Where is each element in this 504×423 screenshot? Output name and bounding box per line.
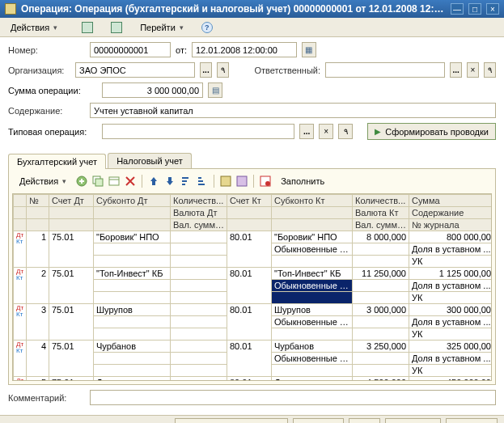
table-row[interactable]: ДтКт475.01Чурбанов80.01Чурбанов3 250,000…	[14, 341, 493, 353]
comment-area: Комментарий:	[0, 385, 504, 415]
col-sum[interactable]: Сумма	[409, 195, 493, 207]
arrow-right-icon	[111, 22, 122, 33]
org-select-button[interactable]: ...	[200, 62, 212, 78]
col-subkt[interactable]: Субконто Кт	[272, 195, 353, 207]
window-title: Операция: Операция (бухгалтерский и нало…	[21, 3, 446, 15]
arrow-left-icon	[82, 22, 93, 33]
col-n[interactable]: №	[27, 195, 49, 207]
org-input[interactable]	[75, 62, 195, 78]
add-row-icon[interactable]	[75, 175, 88, 188]
tool-a-icon[interactable]	[219, 175, 232, 188]
dtikt-icon: ДтКт	[16, 378, 23, 381]
number-label: Номер:	[8, 45, 85, 55]
add-copy-icon[interactable]	[91, 175, 104, 188]
resp-select-button[interactable]: ...	[450, 62, 462, 78]
dtikt-icon: ДтКт	[16, 341, 23, 354]
actions-menu[interactable]: Действия	[5, 20, 63, 35]
org-open-button[interactable]: ۹	[217, 62, 229, 78]
grid-toolbar: Действия Заполнить	[12, 172, 492, 193]
prev-button[interactable]	[76, 19, 99, 36]
main-toolbar: Действия Перейти ?	[0, 18, 504, 37]
col-marker[interactable]	[14, 195, 27, 207]
svg-rect-7	[237, 176, 247, 186]
grid-actions-menu[interactable]: Действия	[14, 174, 72, 188]
col-sdt[interactable]: Счет Дт	[49, 195, 94, 207]
save-button[interactable]: Записать	[385, 418, 441, 424]
svg-rect-3	[109, 177, 119, 185]
dtikt-icon: ДтКт	[16, 305, 23, 318]
typop-label: Типовая операция:	[8, 127, 97, 137]
print-button[interactable]: Печать	[293, 418, 344, 424]
accounting-panel: Действия Заполнить № Счет Дт Субконто Дт	[8, 168, 496, 385]
typop-select-button[interactable]: ...	[299, 124, 314, 139]
table-row[interactable]: ДтКт375.01Шурупов80.01Шурупов3 000,00030…	[14, 304, 493, 316]
titlebar: Операция: Операция (бухгалтерский и нало…	[0, 0, 504, 18]
fill-icon[interactable]	[259, 175, 272, 188]
tabs: Бухгалтерский учет Налоговый учет	[8, 153, 496, 168]
tool-b-icon[interactable]	[235, 175, 248, 188]
goto-menu[interactable]: Перейти	[134, 20, 189, 35]
from-label: от:	[176, 45, 187, 55]
minimize-button[interactable]: —	[451, 3, 464, 15]
close-form-button[interactable]: Закрыть	[446, 418, 498, 424]
dtikt-icon: ДтКт	[16, 269, 23, 281]
tab-accounting[interactable]: Бухгалтерский учет	[8, 154, 106, 169]
edit-row-icon[interactable]	[108, 175, 121, 188]
calendar-button[interactable]	[302, 42, 316, 57]
tab-tax[interactable]: Налоговый учет	[108, 153, 192, 168]
grid-scroll[interactable]: № Счет Дт Субконто Дт Количеств... Счет …	[12, 193, 492, 381]
table-row[interactable]: ДтКт275.01"Топ-Инвест" КБ80.01"Топ-Инвес…	[14, 268, 493, 280]
calculator-button[interactable]	[208, 82, 222, 98]
date-input[interactable]	[192, 42, 297, 57]
svg-rect-4	[152, 181, 155, 185]
ok-button[interactable]: OK	[349, 418, 380, 424]
col-valsumkt[interactable]: Вал. сумма...	[353, 219, 409, 231]
col-qtykt[interactable]: Количеств...	[353, 195, 409, 207]
comment-input[interactable]	[90, 390, 496, 405]
fill-button[interactable]: Заполнить	[275, 174, 330, 188]
app-icon	[5, 3, 16, 15]
form-area: Номер: от: Организация: ... ۹ Ответствен…	[0, 37, 504, 150]
form-postings-button[interactable]: Сформировать проводки	[367, 123, 496, 140]
svg-point-9	[265, 181, 270, 186]
col-valkt[interactable]: Валюта Кт	[353, 207, 409, 219]
sort-desc-icon[interactable]	[196, 175, 209, 188]
maximize-button[interactable]: □	[468, 3, 481, 15]
close-button[interactable]: ×	[486, 3, 499, 15]
typop-clear-button[interactable]: ×	[319, 124, 333, 139]
col-subdt[interactable]: Субконто Дт	[94, 195, 171, 207]
col-valdt[interactable]: Валюта Дт	[171, 207, 227, 219]
col-skt[interactable]: Счет Кт	[227, 195, 272, 207]
col-qtydt[interactable]: Количеств...	[171, 195, 227, 207]
number-input[interactable]	[90, 42, 171, 57]
content-label: Содержание:	[8, 106, 85, 116]
table-row[interactable]: ДтКт575.01Доскин80.01Доскин4 500,000450 …	[14, 377, 493, 382]
accounting-ref-button[interactable]: Бухгалтерская справка	[175, 418, 288, 424]
table-row[interactable]: ДтКт175.01"Боровик" НПО80.01"Боровик" НП…	[14, 231, 493, 243]
resp-open-button[interactable]: ۹	[484, 62, 496, 78]
typop-input[interactable]	[102, 124, 294, 139]
move-down-icon[interactable]	[163, 175, 176, 188]
svg-rect-2	[95, 179, 103, 186]
col-jrn[interactable]: № журнала	[409, 219, 493, 231]
resp-label: Ответственный:	[254, 66, 320, 75]
sort-asc-icon[interactable]	[180, 175, 193, 188]
help-button[interactable]: ?	[196, 19, 218, 36]
resp-clear-button[interactable]: ×	[467, 62, 479, 78]
bottom-bar: Бухгалтерская справка Печать OK Записать…	[0, 415, 504, 423]
col-valsumdt[interactable]: Вал. сумма...	[171, 219, 227, 231]
help-icon: ?	[201, 22, 213, 33]
form-postings-label: Сформировать проводки	[385, 127, 489, 137]
move-up-icon[interactable]	[147, 175, 160, 188]
responsible-input[interactable]	[325, 62, 445, 78]
typop-open-button[interactable]: ۹	[338, 124, 353, 139]
next-button[interactable]	[105, 19, 128, 36]
col-cont[interactable]: Содержание	[409, 207, 493, 219]
org-label: Организация:	[8, 66, 70, 75]
sum-input[interactable]	[102, 82, 203, 98]
content-input[interactable]	[90, 103, 496, 118]
delete-row-icon[interactable]	[124, 175, 137, 188]
entries-grid: № Счет Дт Субконто Дт Количеств... Счет …	[13, 194, 492, 381]
sum-label: Сумма операции:	[8, 86, 97, 95]
dtikt-icon: ДтКт	[16, 232, 23, 245]
